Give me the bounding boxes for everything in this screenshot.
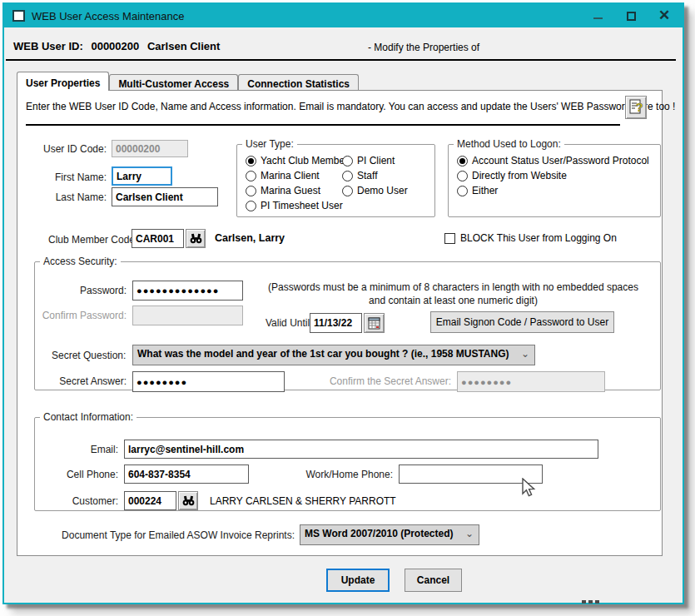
radio-staff[interactable]: Staff: [342, 170, 377, 181]
logon-method-legend: Method Used to Logon:: [454, 138, 564, 150]
tab-user-properties[interactable]: User Properties: [17, 72, 109, 91]
radio-icon: [246, 201, 256, 211]
club-member-code-field[interactable]: [132, 229, 184, 248]
mouse-cursor-icon: [521, 478, 539, 500]
first-name-label: First Name:: [26, 171, 107, 183]
logon-method-group: Method Used to Logon: Account Status Use…: [448, 138, 661, 217]
confirm-password-label: Confirm Password:: [35, 310, 127, 321]
close-icon[interactable]: ✕: [658, 9, 671, 22]
app-window-icon: [12, 10, 25, 22]
header-divider: [6, 59, 676, 61]
radio-icon: [342, 186, 353, 196]
radio-yacht-club-member[interactable]: Yacht Club Member: [246, 155, 348, 166]
radio-directly-from-website[interactable]: Directly from Website: [457, 170, 567, 181]
radio-icon: [457, 186, 468, 196]
calendar-icon: [368, 317, 380, 330]
radio-either[interactable]: Either: [457, 185, 498, 196]
dialog-window: WEB User Access Maintenance ✕ WEB User I…: [2, 2, 684, 604]
radio-icon: [342, 171, 353, 181]
tab-multi-customer-access[interactable]: Multi-Customer Access: [109, 74, 238, 91]
password-note-line2: and contain at least one numeric digit): [247, 295, 659, 306]
customer-code-field[interactable]: [124, 491, 176, 510]
secret-question-value: What was the model and year of the 1st c…: [137, 348, 509, 360]
password-field[interactable]: [132, 281, 243, 301]
document-type-dropdown[interactable]: MS Word 2007/2010 (Protected) ⌄: [300, 524, 479, 545]
document-type-value: MS Word 2007/2010 (Protected): [305, 528, 454, 539]
record-user-name: Carlsen Client: [147, 40, 220, 52]
window-title: WEB User Access Maintenance: [32, 10, 185, 22]
checkbox-icon: [444, 233, 455, 244]
binoculars-icon: [182, 495, 195, 506]
calendar-button[interactable]: [364, 313, 385, 333]
binoculars-icon: [190, 233, 202, 244]
user-type-group: User Type: Yacht Club Member Marina Clie…: [236, 138, 435, 217]
secret-answer-label: Secret Answer:: [43, 375, 127, 387]
secret-question-label: Secret Question:: [52, 350, 126, 361]
valid-until-field[interactable]: [310, 313, 362, 333]
radio-account-status-protocol[interactable]: Account Status User/Password Protocol: [457, 155, 649, 166]
valid-until-label: Valid Until:: [266, 317, 312, 329]
user-id-code-label: User ID Code:: [26, 143, 107, 155]
password-note-line1: (Passwords must be a minimum of 8 charac…: [247, 281, 659, 293]
radio-icon: [246, 171, 256, 181]
maximize-icon[interactable]: [624, 9, 638, 22]
confirm-secret-answer-field: [457, 371, 605, 392]
help-page-icon: ?: [629, 99, 643, 116]
record-header: WEB User ID: 00000200 Carlsen Client: [13, 40, 225, 52]
contact-information-legend: Contact Information:: [40, 411, 137, 423]
password-label: Password:: [43, 285, 127, 296]
email-field[interactable]: [124, 440, 598, 459]
banner-divider: [26, 124, 620, 126]
last-name-label: Last Name:: [26, 191, 107, 203]
cancel-button[interactable]: Cancel: [405, 569, 462, 592]
access-security-group: Access Security: Password: (Passwords mu…: [34, 256, 661, 390]
title-bar: WEB User Access Maintenance ✕: [4, 4, 683, 27]
club-member-lookup-button[interactable]: [186, 229, 206, 248]
club-member-code-label: Club Member Code:: [48, 234, 137, 246]
radio-icon: [457, 171, 468, 181]
customer-label: Customer:: [43, 495, 118, 507]
secret-answer-field[interactable]: [132, 371, 285, 392]
block-user-label: BLOCK This User from Logging On: [460, 232, 617, 244]
confirm-secret-answer-label: Confirm the Secret Answer:: [310, 375, 451, 387]
svg-text:?: ?: [636, 101, 643, 114]
radio-pi-timesheet-user[interactable]: PI Timesheet User: [246, 200, 343, 211]
confirm-password-field: [132, 306, 243, 325]
document-type-label: Document Type for Emailed ASOW Invoice R…: [59, 529, 295, 541]
radio-demo-user[interactable]: Demo User: [342, 185, 408, 196]
radio-marina-client[interactable]: Marina Client: [246, 170, 320, 181]
first-name-field[interactable]: [112, 166, 172, 186]
block-user-checkbox[interactable]: BLOCK This User from Logging On: [444, 232, 617, 244]
radio-marina-guest[interactable]: Marina Guest: [246, 185, 320, 196]
user-id-code-field: [112, 140, 188, 157]
tab-page-user-properties: Enter the WEB User ID Code, Name and Acc…: [17, 90, 663, 556]
radio-pi-client[interactable]: PI Client: [342, 155, 395, 166]
cell-phone-field[interactable]: [124, 464, 249, 484]
customer-lookup-button[interactable]: [178, 491, 198, 510]
help-button[interactable]: ?: [625, 96, 647, 119]
tab-connection-statistics[interactable]: Connection Statistics: [238, 74, 359, 91]
cell-phone-label: Cell Phone:: [43, 469, 118, 480]
radio-icon: [246, 156, 256, 166]
last-name-field[interactable]: [112, 187, 218, 206]
user-type-legend: User Type:: [242, 138, 297, 150]
radio-icon: [457, 156, 468, 166]
radio-icon: [342, 156, 353, 166]
tab-strip: User Properties Multi-Customer Access Co…: [17, 72, 359, 91]
update-button[interactable]: Update: [326, 569, 390, 592]
chevron-down-icon: ⌄: [521, 348, 529, 360]
record-user-id: 00000200: [91, 40, 139, 52]
chevron-down-icon: ⌄: [465, 528, 474, 539]
radio-icon: [246, 186, 256, 196]
club-member-display-name: Carlsen, Larry: [215, 232, 285, 244]
minimize-icon[interactable]: [591, 9, 604, 22]
email-label: Email:: [43, 444, 118, 455]
email-signon-button[interactable]: Email Signon Code / Password to User: [430, 311, 614, 333]
secret-question-dropdown[interactable]: What was the model and year of the 1st c…: [132, 345, 535, 365]
work-home-phone-label: Work/Home Phone:: [276, 469, 393, 480]
instruction-banner: Enter the WEB User ID Code, Name and Acc…: [26, 101, 675, 112]
access-security-legend: Access Security:: [40, 256, 121, 267]
window-resize-grip[interactable]: [582, 600, 603, 604]
contact-information-group: Contact Information: Email: Cell Phone: …: [34, 411, 661, 511]
mode-text: - Modify the Properties of: [368, 42, 479, 53]
